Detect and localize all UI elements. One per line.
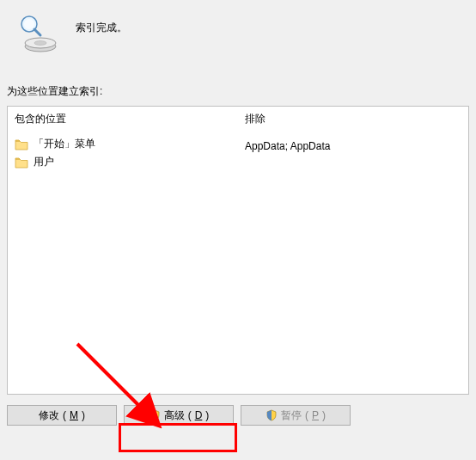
pause-button[interactable]: 暂停(P) — [241, 405, 351, 426]
modify-button[interactable]: 修改(M) — [7, 405, 117, 426]
button-label: 修改 — [39, 408, 59, 423]
drive-search-icon — [17, 12, 58, 53]
excluded-column: 排除 AppData; AppData — [238, 107, 468, 394]
advanced-button[interactable]: 高级(D) — [124, 405, 234, 426]
index-status-text: 索引完成。 — [76, 12, 127, 35]
included-header[interactable]: 包含的位置 — [8, 107, 238, 132]
locations-label: 为这些位置建立索引: — [0, 79, 476, 106]
svg-line-5 — [34, 29, 40, 35]
locations-list: 包含的位置 「开始」菜单 用户 排除 AppData; AppData — [7, 106, 469, 395]
included-column: 包含的位置 「开始」菜单 用户 — [8, 107, 238, 394]
button-bar: 修改(M) 高级(D) 暂停(P) — [0, 395, 476, 432]
list-item[interactable]: 「开始」菜单 — [15, 135, 231, 153]
button-label: 暂停 — [281, 408, 302, 423]
shield-icon — [149, 409, 161, 421]
list-item[interactable]: 用户 — [15, 153, 231, 171]
shield-icon — [265, 409, 278, 421]
item-name: 「开始」菜单 — [34, 137, 95, 151]
exclude-value: AppData; AppData — [245, 138, 461, 154]
folder-icon — [15, 138, 28, 150]
button-accel: D — [195, 409, 203, 421]
button-label: 高级 — [164, 408, 185, 423]
svg-point-4 — [24, 19, 34, 29]
svg-point-2 — [34, 41, 46, 46]
folder-icon — [15, 156, 28, 169]
button-accel: M — [70, 409, 78, 421]
excluded-header[interactable]: 排除 — [238, 107, 468, 132]
status-section: 索引完成。 — [0, 0, 476, 79]
button-accel: P — [312, 409, 319, 421]
item-name: 用户 — [34, 155, 54, 169]
